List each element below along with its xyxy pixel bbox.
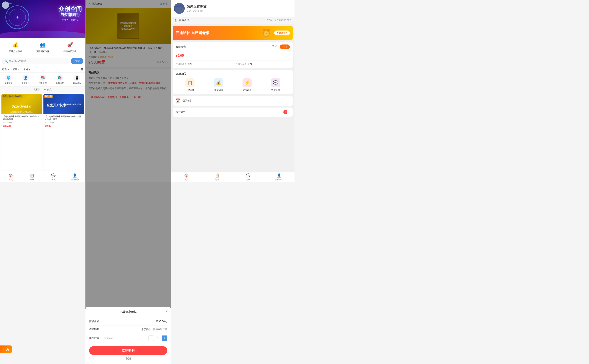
product-img-2: 新品上架 全套开户技术 随便接一单最少几百: [43, 94, 84, 114]
category-bar: 🌐 网赚项目 👤 引流吸粉 📚 综合教程 🛍️ 电商运营 📱 新自媒体: [0, 73, 86, 87]
order-feedback-item[interactable]: 💬 售后反馈: [271, 78, 280, 91]
quick-action-upgrade[interactable]: 🚀 初级站长升级: [56, 41, 84, 53]
notice-section[interactable]: 官方公告 3 ›: [173, 108, 293, 117]
member-icon-nav: 👤: [73, 173, 77, 178]
product-stock-1: 库存:549份: [3, 121, 40, 124]
order-icons: 📋 订单管理 💰 收支明细 ⚡ 异常订单 💬 售后反馈: [176, 78, 290, 91]
right-order-icon: 📋: [215, 173, 220, 178]
product-badge-2: 新品上架: [44, 95, 53, 98]
avatar: [174, 3, 185, 14]
month-earning: 本月收益： 0 元: [236, 62, 290, 65]
order-finance-icon: 💰: [214, 78, 223, 87]
banner-year: 2022一起前行: [59, 19, 82, 22]
right-nav-order[interactable]: 📋 订单: [202, 172, 233, 182]
category-xinmeiti[interactable]: 📱 新自媒体: [68, 74, 86, 85]
user-card: 暂未设置昵称 UID：24363 ⊡ ›: [171, 0, 294, 17]
user-uid: UID：24363 ⊡: [187, 9, 288, 13]
order-section-title: 订单相关: [176, 72, 290, 76]
notice-right: 3 ›: [283, 110, 290, 114]
station-text-block: 开通站长 自己当老板: [176, 31, 209, 35]
signin-section[interactable]: 📅 我的签到 ›: [173, 96, 293, 106]
filter-comprehensive[interactable]: 综合 ▲: [2, 68, 9, 71]
station-clock-icon: ⏰: [262, 29, 271, 37]
member-bar: 🏅 普通会员 REGULAR MEMBERS: [171, 17, 294, 24]
filter-comprehensive-arrow: ▲: [7, 68, 9, 70]
member-label: REGULAR MEMBERS: [267, 19, 291, 22]
balance-amount: ¥0.05: [176, 52, 290, 58]
product-info-1: 【高端精品】外面卖499的淘宝/拼多多/京东刷单项目，... 库存:549份 ¥…: [1, 114, 42, 128]
grid-toggle-icon[interactable]: ⊞: [81, 68, 83, 71]
quick-actions: 💰 开通分站赚钱 👥 无限裂变分佣 🚀 初级站长升级: [0, 38, 86, 56]
banner-text-block: 众创空间 与梦想同行 2022一起前行: [59, 6, 82, 22]
quick-action-split[interactable]: 👥 无限裂变分佣: [29, 41, 56, 53]
station-open-button[interactable]: 开通站长 >: [274, 31, 290, 35]
uid-copy-icon[interactable]: ⊡: [200, 10, 203, 12]
order-feedback-label: 售后反馈: [271, 88, 280, 91]
order-manage-item[interactable]: 📋 订单管理: [185, 78, 194, 91]
right-nav-service[interactable]: 💬 客服: [233, 172, 264, 182]
balance-header: 我的余额 提现 充值: [176, 45, 290, 49]
recharge-button[interactable]: 充值: [280, 45, 290, 49]
home-icon: 🏠: [8, 173, 13, 178]
filter-sales[interactable]: 销量 ▲: [13, 68, 20, 71]
left-nav-order[interactable]: 📋 订单: [21, 172, 43, 182]
uid-text: UID：24363: [187, 9, 199, 13]
right-nav-home[interactable]: 🏠 首页: [171, 172, 202, 182]
product-badge-1: 正规任务平台【一单8-10元】: [2, 95, 23, 98]
filter-comprehensive-label: 综合: [2, 68, 7, 71]
balance-title: 我的余额: [176, 45, 186, 49]
left-nav-member[interactable]: 👤 会员中心: [64, 172, 86, 182]
today-earning: 今日收益： 0 元: [176, 62, 230, 65]
split-icon: 👥: [39, 41, 47, 49]
quick-action-earn[interactable]: 💰 开通分站赚钱: [2, 41, 29, 53]
middle-panel: ✕ 商品详情 🌐 分享 淘宝/京东/拼多多刷单项目低保日入100+ 【高端精品】…: [86, 0, 171, 182]
product-card-2[interactable]: 新品上架 全套开户技术 随便接一单最少几百 【人肉骗子必备】外面收费2888的全…: [43, 94, 84, 170]
banner: 豆有店.com + 众创空间 与梦想同行 2022一起前行: [0, 0, 86, 38]
withdraw-button[interactable]: 提现: [272, 45, 277, 49]
order-section: 订单相关 📋 订单管理 💰 收支明细 ⚡ 异常订单 💬 售后反馈: [173, 70, 293, 94]
notice-badge: 3: [283, 110, 287, 114]
balance-actions: 提现 充值: [272, 45, 290, 49]
search-input[interactable]: [9, 60, 67, 63]
balance-stats: 今日收益： 0 元 本月收益： 0 元: [176, 60, 290, 65]
right-panel: 暂未设置昵称 UID：24363 ⊡ › 🏅 普通会员 REGULAR MEMB…: [171, 0, 294, 182]
product-img-1: 正规任务平台【一单8-10元】 淘宝/京东/拼多多 ♦♦无需垫付 无需押金 无需…: [1, 94, 42, 114]
balance-value: 0.05: [178, 54, 184, 57]
product-price-2: ¥0.00: [45, 124, 83, 127]
user-info: 暂未设置昵称 UID：24363 ⊡: [187, 4, 288, 13]
right-home-icon: 🏠: [184, 173, 189, 178]
product-name-1: 【高端精品】外面卖499的淘宝/拼多多/京东刷单项目，...: [3, 115, 40, 121]
yinliu-icon: 👤: [22, 74, 29, 81]
category-wangzhuan[interactable]: 🌐 网赚项目: [0, 74, 17, 85]
month-value: 0 元: [248, 62, 252, 65]
order-finance-item[interactable]: 💰 收支明细: [214, 78, 223, 91]
search-button[interactable]: 搜索: [71, 58, 83, 64]
member-medal-icon: 🏅: [174, 19, 178, 22]
category-yinliu[interactable]: 👤 引流吸粉: [17, 74, 34, 85]
station-banner[interactable]: 开通站长 自己当老板 ⏰ 开通站长 >: [173, 26, 293, 40]
avatar-inner: [174, 3, 185, 14]
month-label: 本月收益：: [236, 62, 247, 65]
user-arrow-icon[interactable]: ›: [291, 6, 291, 10]
filter-price[interactable]: 价格 ▲: [23, 68, 30, 71]
signin-text: 我的签到: [182, 99, 192, 103]
signin-arrow-icon: ›: [289, 99, 290, 103]
right-nav-member[interactable]: 👤 会员中心: [264, 172, 294, 182]
category-jiaocheng[interactable]: 📚 综合教程: [34, 74, 51, 85]
banner-subtitle: 与梦想同行: [59, 12, 82, 17]
order-abnormal-item[interactable]: ⚡ 异常订单: [243, 78, 251, 91]
left-nav-service[interactable]: 💬 客服: [43, 172, 64, 182]
order-feedback-icon: 💬: [271, 78, 280, 87]
signin-calendar-icon: 📅: [176, 98, 180, 103]
wangzhuan-label: 网赚项目: [5, 82, 13, 85]
signin-left: 📅 我的签到: [176, 98, 192, 103]
wangzhuan-icon: 🌐: [5, 74, 12, 81]
left-nav-home[interactable]: 🏠 首页: [0, 172, 21, 182]
balance-currency: ¥: [176, 54, 178, 57]
category-dianshang[interactable]: 🛍️ 电商运营: [51, 74, 68, 85]
product-card-1[interactable]: 正规任务平台【一单8-10元】 淘宝/京东/拼多多 ♦♦无需垫付 无需押金 无需…: [1, 94, 42, 170]
filter-price-arrow: ▲: [28, 68, 30, 70]
search-icon: 🔍: [5, 59, 8, 63]
jiaocheng-label: 综合教程: [39, 82, 47, 85]
upgrade-icon: 🚀: [66, 41, 74, 49]
